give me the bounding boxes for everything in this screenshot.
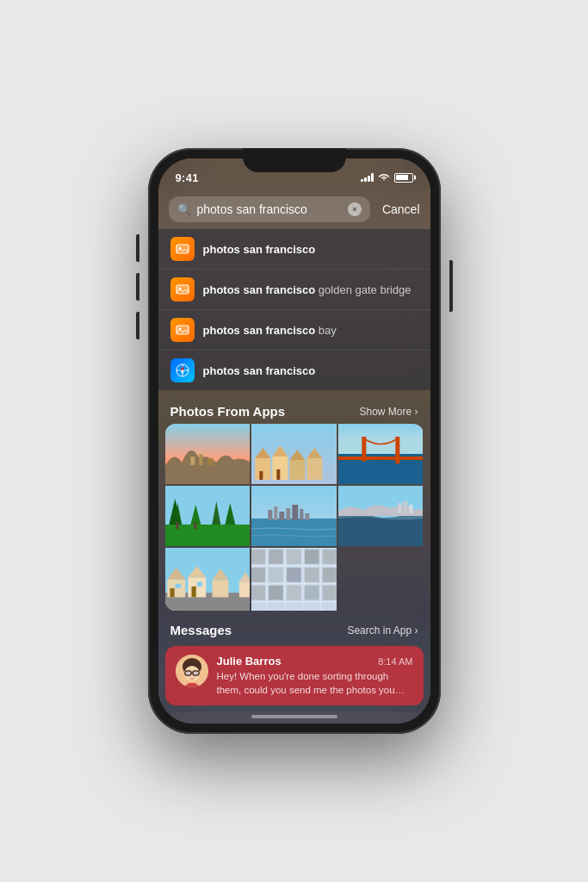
svg-rect-12 xyxy=(190,457,195,465)
photos-section-header: Photos From Apps Show More › xyxy=(158,392,430,424)
svg-rect-2 xyxy=(176,285,189,294)
search-clear-button[interactable]: × xyxy=(348,202,362,216)
svg-rect-70 xyxy=(251,550,265,564)
message-preview: Hey! When you're done sorting through th… xyxy=(217,669,413,697)
svg-rect-43 xyxy=(305,513,309,520)
suggestion-item-3[interactable]: photos san francisco bay xyxy=(158,310,430,351)
search-bar-container: 🔍 photos san francisco × Cancel xyxy=(158,189,430,227)
svg-rect-78 xyxy=(305,568,319,582)
svg-rect-40 xyxy=(286,508,290,520)
silent-switch[interactable] xyxy=(136,312,139,339)
svg-rect-81 xyxy=(269,586,283,600)
home-indicator[interactable] xyxy=(251,715,337,718)
message-time: 8:14 AM xyxy=(378,656,412,667)
avatar xyxy=(176,655,208,687)
suggestion-item[interactable]: photos san francisco xyxy=(158,229,430,270)
svg-point-91 xyxy=(186,672,189,675)
photos-show-more-link[interactable]: Show More › xyxy=(359,406,418,418)
svg-rect-73 xyxy=(305,550,319,564)
message-header: Julie Barros 8:14 AM xyxy=(217,655,413,668)
suggestion-text-2: photos san francisco golden gate bridge xyxy=(203,283,412,296)
message-content: Julie Barros 8:14 AM Hey! When you're do… xyxy=(217,655,413,697)
svg-rect-58 xyxy=(212,581,228,598)
svg-rect-54 xyxy=(188,577,206,597)
volume-down-button[interactable] xyxy=(136,273,139,301)
svg-rect-37 xyxy=(268,510,272,520)
message-sender: Julie Barros xyxy=(217,655,282,668)
messages-section: Messages Search in App › xyxy=(158,611,430,705)
svg-rect-26 xyxy=(338,424,424,454)
photo-cell-2[interactable] xyxy=(251,424,337,484)
photo-grid[interactable] xyxy=(165,424,424,611)
svg-rect-77 xyxy=(287,568,301,582)
phone-device: 9:41 xyxy=(148,148,441,734)
message-card[interactable]: Julie Barros 8:14 AM Hey! When you're do… xyxy=(165,646,424,705)
svg-rect-45 xyxy=(398,503,401,513)
svg-rect-57 xyxy=(196,582,201,587)
search-icon: 🔍 xyxy=(177,203,191,216)
svg-rect-14 xyxy=(207,458,213,465)
svg-rect-0 xyxy=(176,245,189,253)
svg-rect-74 xyxy=(323,550,337,564)
svg-rect-82 xyxy=(287,586,301,600)
svg-rect-79 xyxy=(323,568,337,582)
svg-rect-30 xyxy=(338,457,424,460)
svg-rect-75 xyxy=(251,568,265,582)
photo-cell-8[interactable] xyxy=(251,548,337,611)
svg-rect-71 xyxy=(269,550,283,564)
status-time: 9:41 xyxy=(176,171,199,184)
svg-rect-60 xyxy=(238,582,250,598)
photos-app-icon xyxy=(170,237,195,261)
svg-rect-41 xyxy=(292,505,298,520)
suggestions-list: photos san francisco photos san francisc… xyxy=(158,229,430,390)
signal-icon xyxy=(361,173,374,182)
svg-rect-42 xyxy=(300,509,303,520)
suggestion-text-3: photos san francisco bay xyxy=(203,324,337,337)
photos-section-title: Photos From Apps xyxy=(170,404,286,419)
svg-rect-38 xyxy=(274,506,277,520)
svg-rect-84 xyxy=(323,586,337,600)
messages-search-in-app-link[interactable]: Search in App › xyxy=(347,624,418,637)
photo-cell-4[interactable] xyxy=(338,486,424,546)
photo-cell-7[interactable] xyxy=(165,548,251,611)
photos-app-icon-3 xyxy=(170,318,195,342)
svg-rect-52 xyxy=(170,588,174,597)
suggestion-item[interactable]: photos san francisco golden gate bridge xyxy=(158,270,430,310)
volume-up-button[interactable] xyxy=(136,234,139,262)
svg-rect-22 xyxy=(306,458,322,480)
svg-rect-24 xyxy=(259,471,263,480)
svg-rect-36 xyxy=(251,519,337,546)
suggestion-item-4[interactable]: photos san francisco xyxy=(158,351,430,390)
power-button[interactable] xyxy=(449,260,453,312)
phone-screen: 9:41 xyxy=(158,158,430,724)
battery-icon xyxy=(394,173,413,183)
messages-section-title: Messages xyxy=(170,623,232,637)
suggestion-text: photos san francisco xyxy=(203,243,316,256)
svg-rect-34 xyxy=(194,523,196,529)
svg-rect-76 xyxy=(269,568,283,582)
svg-rect-72 xyxy=(287,550,301,564)
cancel-button[interactable]: Cancel xyxy=(382,202,420,216)
wifi-icon xyxy=(378,173,390,182)
svg-rect-33 xyxy=(176,522,178,529)
svg-point-92 xyxy=(194,672,197,675)
search-query-text: photos san francisco xyxy=(197,202,342,216)
photo-cell-3[interactable] xyxy=(338,424,424,484)
photo-cell-6[interactable] xyxy=(251,486,337,546)
photo-cell-5[interactable] xyxy=(165,486,251,546)
spotlight-panel[interactable]: 🔍 photos san francisco × Cancel xyxy=(158,189,430,724)
svg-rect-80 xyxy=(251,586,265,600)
messages-section-header: Messages Search in App › xyxy=(158,611,430,643)
photos-app-icon-2 xyxy=(170,277,195,301)
svg-rect-4 xyxy=(176,326,189,334)
svg-rect-20 xyxy=(289,460,305,480)
svg-rect-83 xyxy=(305,586,319,600)
svg-rect-46 xyxy=(403,501,407,513)
suggestion-text-4: photos san francisco xyxy=(203,364,316,377)
status-icons xyxy=(361,173,413,183)
photo-cell-1[interactable] xyxy=(165,424,251,484)
svg-rect-39 xyxy=(279,512,284,520)
svg-rect-47 xyxy=(409,505,412,513)
svg-rect-25 xyxy=(276,469,280,480)
search-bar[interactable]: 🔍 photos san francisco × xyxy=(169,196,370,222)
